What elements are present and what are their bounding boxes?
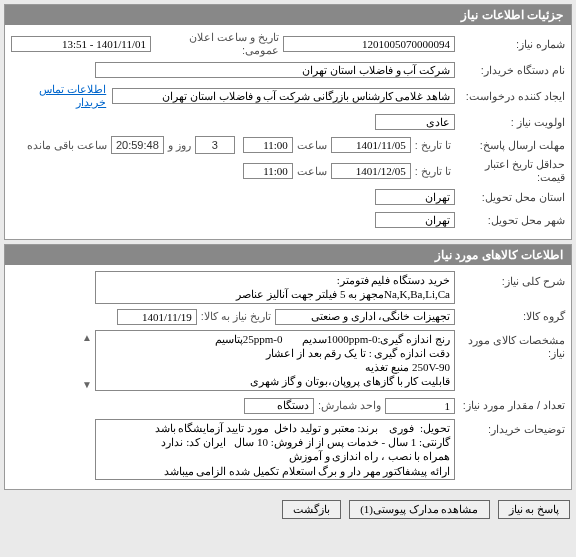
reply-button[interactable]: پاسخ به نیاز <box>498 500 571 519</box>
buyer-notes-label: توضیحات خریدار: <box>455 419 565 436</box>
goods-panel: اطلاعات کالاهای مورد نیاز شرح کلی نیاز: … <box>4 244 572 490</box>
qty-label: تعداد / مقدار مورد نیاز: <box>455 399 565 412</box>
chevron-down-icon[interactable]: ▼ <box>81 379 93 391</box>
need-date-label: تاریخ نیاز به کالا: <box>197 310 275 323</box>
delivery-city-field[interactable] <box>375 212 455 228</box>
valid-date-field[interactable] <box>331 163 411 179</box>
time-remain-label: ساعت باقی مانده <box>23 139 111 152</box>
creator-field[interactable] <box>112 88 455 104</box>
goods-panel-title: اطلاعات کالاهای مورد نیاز <box>5 245 571 265</box>
chevron-up-icon[interactable]: ▲ <box>81 332 93 344</box>
details-panel: جزئیات اطلاعات نیاز شماره نیاز: تاریخ و … <box>4 4 572 240</box>
desc-label: شرح کلی نیاز: <box>455 271 565 288</box>
goods-panel-body: شرح کلی نیاز: گروه کالا: تاریخ نیاز به ک… <box>5 265 571 489</box>
buyer-name-label: نام دستگاه خریدار: <box>455 64 565 77</box>
unit-field[interactable] <box>244 398 314 414</box>
need-number-label: شماره نیاز: <box>455 38 565 51</box>
buyer-name-field[interactable] <box>95 62 455 78</box>
time-label-2: ساعت <box>293 165 331 178</box>
announce-dt-label: تاریخ و ساعت اعلان عمومی: <box>151 31 283 57</box>
delivery-place-label: استان محل تحویل: <box>455 191 565 204</box>
creator-label: ایجاد کننده درخواست: <box>455 90 565 103</box>
group-label: گروه کالا: <box>455 310 565 323</box>
delivery-place-field[interactable] <box>375 189 455 205</box>
need-number-field[interactable] <box>283 36 455 52</box>
time-label-1: ساعت <box>293 139 331 152</box>
unit-label: واحد شمارش: <box>314 399 385 412</box>
deadline-label: مهلت ارسال پاسخ: <box>455 139 565 152</box>
priority-label: اولویت نیاز : <box>455 116 565 129</box>
need-date-field[interactable] <box>117 309 197 325</box>
to-date-label-1: تا تاریخ : <box>411 139 455 152</box>
attachments-button[interactable]: مشاهده مدارک پیوستی(1) <box>349 500 489 519</box>
time-remain-box: 20:59:48 <box>111 136 164 154</box>
valid-time-field[interactable] <box>243 163 293 179</box>
back-button[interactable]: بازگشت <box>282 500 341 519</box>
spec-field[interactable] <box>95 330 455 391</box>
deadline-time-field[interactable] <box>243 137 293 153</box>
priority-field[interactable] <box>375 114 455 130</box>
buyer-contact-link[interactable]: اطلاعات تماس خریدار <box>11 83 106 109</box>
spec-label: مشخصات کالای مورد نیاز: <box>455 330 565 360</box>
to-date-label-2: تا تاریخ : <box>411 165 455 178</box>
deadline-date-field[interactable] <box>331 137 411 153</box>
valid-min-label: حداقل تاریخ اعتبار قیمت: <box>455 158 565 184</box>
days-remain-label: روز و <box>164 139 195 152</box>
buyer-notes-field[interactable] <box>95 419 455 480</box>
qty-field[interactable] <box>385 398 455 414</box>
details-panel-title: جزئیات اطلاعات نیاز <box>5 5 571 25</box>
delivery-city-label: شهر محل تحویل: <box>455 214 565 227</box>
group-field[interactable] <box>275 309 455 325</box>
days-remain-box: 3 <box>195 136 235 154</box>
announce-dt-field[interactable] <box>11 36 151 52</box>
footer-actions: پاسخ به نیاز مشاهده مدارک پیوستی(1) بازگ… <box>0 494 576 525</box>
details-panel-body: شماره نیاز: تاریخ و ساعت اعلان عمومی: نا… <box>5 25 571 239</box>
desc-field[interactable] <box>95 271 455 304</box>
